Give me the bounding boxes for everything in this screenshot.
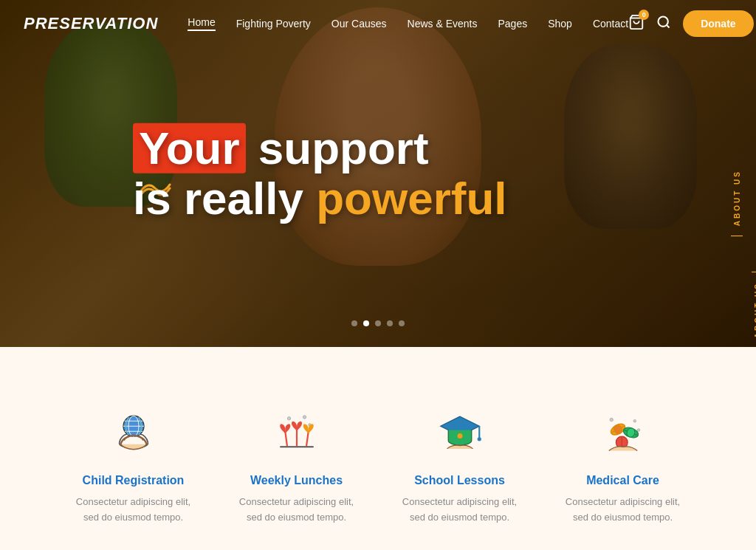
nav-pages[interactable]: Pages	[498, 18, 528, 30]
cart-icon[interactable]: 0	[628, 14, 645, 34]
svg-line-2	[667, 24, 670, 27]
nav-shop[interactable]: Shop	[548, 18, 572, 30]
nav-actions: 0 Donate	[628, 10, 753, 37]
weekly-lunches-icon	[267, 403, 326, 462]
svg-point-20	[633, 420, 636, 423]
hero-content: Your support is really powerful	[133, 123, 507, 224]
hero-dots	[351, 320, 405, 326]
school-lessons-title: School Lessons	[414, 474, 505, 487]
nav-home[interactable]: Home	[188, 16, 215, 31]
school-lessons-icon	[430, 403, 489, 462]
navbar: Preservation Home Fighting Poverty Our C…	[0, 0, 756, 47]
svg-point-21	[637, 429, 640, 432]
hero-dot-1[interactable]	[351, 320, 357, 326]
hero-dot-3[interactable]	[375, 320, 381, 326]
svg-point-8	[287, 417, 290, 420]
site-logo[interactable]: Preservation	[24, 14, 158, 33]
weekly-lunches-title: Weekly Lunches	[250, 474, 343, 487]
weekly-lunches-desc: Consectetur adipiscing elit, sed do eius…	[234, 495, 359, 526]
dash-deco2: —	[752, 266, 756, 279]
about-us-text-right: ABOUT US	[733, 170, 741, 226]
service-child-registration: Child Registration Consectetur adipiscin…	[59, 391, 207, 537]
svg-point-9	[303, 416, 306, 419]
services-section: Child Registration Consectetur adipiscin…	[0, 347, 756, 550]
child-registration-icon	[104, 403, 163, 462]
hero-dot-4[interactable]	[387, 320, 393, 326]
medical-care-icon	[594, 403, 653, 462]
svg-line-13	[306, 431, 309, 445]
service-school-lessons: School Lessons Consectetur adipiscing el…	[385, 391, 534, 537]
nav-fighting-poverty[interactable]: Fighting Poverty	[236, 18, 311, 30]
services-grid: Child Registration Consectetur adipiscin…	[59, 391, 697, 537]
cart-badge: 0	[639, 10, 649, 20]
nav-links: Home Fighting Poverty Our Causes News & …	[188, 16, 628, 31]
hero-section: ABOUT US — ABOUT US — Your support is re…	[0, 0, 756, 347]
child-registration-title: Child Registration	[83, 474, 185, 487]
dash-deco: —	[731, 229, 743, 242]
hero-dot-2[interactable]	[363, 320, 369, 326]
service-weekly-lunches: Weekly Lunches Consectetur adipiscing el…	[222, 391, 371, 537]
nav-news-events[interactable]: News & Events	[408, 18, 478, 30]
hero-is-really-text: is really	[133, 173, 316, 224]
svg-point-16	[457, 433, 462, 439]
svg-line-11	[285, 431, 287, 445]
hero-support-text: support	[258, 123, 429, 173]
donate-button[interactable]: Donate	[683, 10, 753, 37]
nav-contact[interactable]: Contact	[593, 18, 628, 30]
about-us-text-bottom: ABOUT US	[754, 282, 757, 338]
svg-point-1	[659, 16, 668, 26]
svg-point-18	[477, 437, 481, 441]
hero-dot-5[interactable]	[399, 320, 405, 326]
search-icon[interactable]	[656, 15, 671, 33]
school-lessons-desc: Consectetur adipiscing elit, sed do eius…	[397, 495, 522, 526]
svg-point-19	[610, 418, 613, 421]
service-medical-care: Medical Care Consectetur adipiscing elit…	[549, 391, 697, 537]
nav-our-causes[interactable]: Our Causes	[331, 18, 387, 30]
hero-title: Your support is really powerful	[133, 123, 507, 224]
hero-highlight-powerful: powerful	[316, 173, 506, 224]
child-registration-desc: Consectetur adipiscing elit, sed do eius…	[71, 495, 196, 526]
medical-care-desc: Consectetur adipiscing elit, sed do eius…	[560, 495, 685, 526]
hero-highlight-your: Your	[133, 123, 246, 173]
medical-care-title: Medical Care	[586, 474, 659, 487]
